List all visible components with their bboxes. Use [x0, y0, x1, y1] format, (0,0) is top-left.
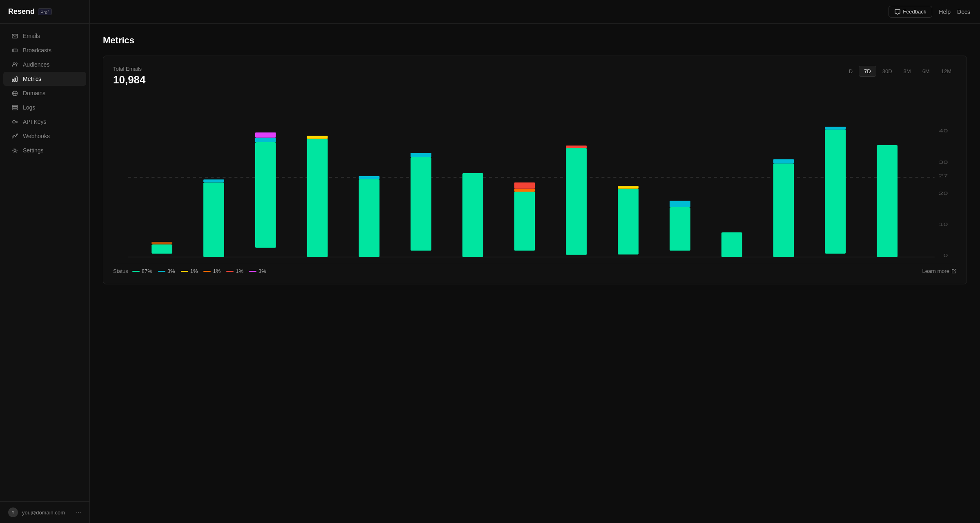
svg-rect-48: [566, 145, 587, 148]
svg-rect-45: [514, 189, 535, 192]
chart-total-value: 10,984: [113, 74, 146, 86]
legend-color-orange: [203, 271, 211, 272]
sidebar-label-metrics: Metrics: [23, 76, 41, 82]
sidebar-item-domains[interactable]: Domains: [3, 86, 86, 100]
logo-area: Resend Pro+: [0, 0, 89, 24]
broadcast-icon: [11, 47, 18, 54]
svg-rect-38: [307, 136, 328, 139]
time-btn-7d[interactable]: 7D: [859, 66, 876, 77]
legend-item-yellow: 1%: [181, 268, 198, 274]
legend-color-green: [132, 271, 140, 272]
sidebar-label-broadcasts: Broadcasts: [23, 47, 51, 54]
svg-point-5: [16, 63, 17, 64]
time-btn-3m[interactable]: 3M: [898, 66, 916, 77]
svg-rect-31: [151, 242, 172, 244]
legend-color-red: [226, 271, 234, 272]
svg-rect-54: [773, 163, 794, 257]
time-filter-group: D 7D 30D 3M 6M 12M: [844, 66, 957, 77]
more-options-icon[interactable]: ···: [76, 509, 81, 516]
logs-icon: [11, 104, 18, 111]
audiences-icon: [11, 61, 18, 68]
time-btn-12m[interactable]: 12M: [936, 66, 957, 77]
sidebar-item-logs[interactable]: Logs: [3, 101, 86, 114]
svg-rect-46: [514, 182, 535, 188]
svg-rect-50: [618, 186, 639, 189]
svg-rect-51: [670, 207, 690, 251]
legend-label: Status: [113, 268, 128, 274]
svg-rect-39: [359, 179, 380, 257]
svg-rect-37: [307, 139, 328, 257]
top-header: Feedback Help Docs: [90, 0, 980, 24]
settings-icon: [11, 147, 18, 154]
time-btn-30d[interactable]: 30D: [877, 66, 898, 77]
svg-point-4: [13, 63, 15, 65]
sidebar-label-audiences: Audiences: [23, 61, 49, 68]
svg-rect-49: [618, 189, 639, 255]
svg-rect-6: [12, 79, 13, 81]
legend-item-green: 87%: [132, 268, 152, 274]
sidebar-item-emails[interactable]: Emails: [3, 29, 86, 43]
sidebar-label-emails: Emails: [23, 33, 40, 39]
sidebar-item-metrics[interactable]: Metrics: [3, 72, 86, 86]
webhooks-icon: [11, 133, 18, 139]
sidebar-label-webhooks: Webhooks: [23, 133, 50, 139]
sidebar-item-api-keys[interactable]: API Keys: [3, 115, 86, 129]
svg-rect-58: [877, 145, 898, 257]
legend-item-magenta: 3%: [249, 268, 266, 274]
legend-item-red: 1%: [226, 268, 243, 274]
time-btn-6m[interactable]: 6M: [917, 66, 935, 77]
avatar: Y: [8, 507, 18, 517]
svg-rect-47: [566, 148, 587, 255]
svg-text:10: 10: [939, 222, 948, 227]
sidebar-label-settings: Settings: [23, 147, 44, 154]
message-icon: [895, 9, 900, 15]
user-email: you@domain.com: [22, 510, 72, 516]
sidebar-label-api-keys: API Keys: [23, 118, 47, 125]
svg-rect-52: [670, 201, 690, 207]
api-keys-icon: [11, 118, 18, 125]
bar-chart: 0 10 20 27 30 40: [113, 94, 957, 258]
svg-rect-57: [825, 127, 846, 130]
sidebar-nav: Emails Broadcasts: [0, 24, 89, 501]
chart-area: 0 10 20 27 30 40: [113, 94, 957, 258]
time-btn-d[interactable]: D: [844, 66, 858, 77]
sidebar-footer: Y you@domain.com ···: [0, 501, 89, 523]
sidebar-item-webhooks[interactable]: Webhooks: [3, 129, 86, 143]
domains-icon: [11, 90, 18, 96]
app-name: Resend: [8, 7, 35, 16]
pro-badge: Pro+: [38, 8, 52, 16]
sidebar: Resend Pro+ Emails Bro: [0, 0, 90, 523]
svg-rect-42: [411, 153, 432, 157]
svg-line-74: [954, 269, 956, 272]
sidebar-item-audiences[interactable]: Audiences: [3, 58, 86, 72]
svg-text:20: 20: [939, 191, 948, 196]
svg-rect-7: [14, 78, 15, 81]
external-link-icon: [951, 268, 957, 274]
chart-footer: Status 87% 3% 1% 1%: [113, 263, 957, 274]
help-link[interactable]: Help: [939, 9, 951, 15]
chart-legend: Status 87% 3% 1% 1%: [113, 268, 270, 274]
svg-point-21: [14, 150, 16, 152]
svg-rect-44: [514, 192, 535, 251]
svg-rect-14: [12, 109, 17, 110]
page-content: Metrics Total Emails 10,984 D 7D 30D 3M …: [90, 24, 980, 523]
sidebar-item-settings[interactable]: Settings: [3, 143, 86, 157]
svg-rect-53: [722, 232, 742, 257]
svg-rect-35: [255, 138, 276, 142]
sidebar-item-broadcasts[interactable]: Broadcasts: [3, 43, 86, 57]
feedback-button[interactable]: Feedback: [889, 6, 932, 18]
svg-rect-30: [151, 244, 172, 254]
mail-icon: [11, 33, 18, 39]
page-title: Metrics: [103, 35, 967, 46]
svg-text:0: 0: [943, 253, 948, 258]
svg-rect-41: [411, 157, 432, 251]
metrics-chart-card: Total Emails 10,984 D 7D 30D 3M 6M 12M 0: [103, 56, 967, 284]
svg-rect-36: [255, 132, 276, 137]
chart-total-section: Total Emails 10,984: [113, 66, 146, 86]
legend-color-magenta: [249, 271, 256, 272]
learn-more-link[interactable]: Learn more: [922, 268, 957, 274]
docs-link[interactable]: Docs: [957, 9, 970, 15]
svg-rect-1: [12, 49, 17, 52]
metrics-icon: [11, 76, 18, 82]
svg-rect-8: [16, 76, 17, 81]
